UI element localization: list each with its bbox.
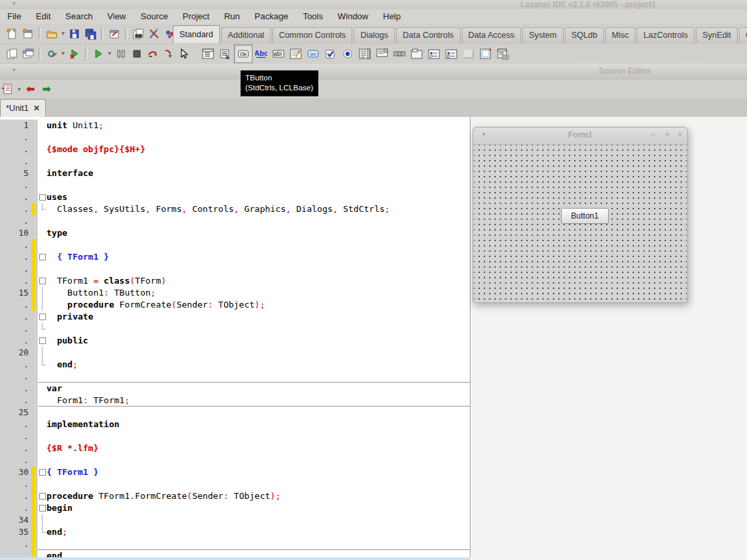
palette-tmainmenu[interactable]	[199, 45, 217, 62]
palette-ttogglebox[interactable]: on	[304, 45, 322, 62]
code-line[interactable]: .procedure TForm1.FormCreate(Sender: TOb…	[0, 490, 470, 502]
palette-tab-data-controls[interactable]: Data Controls	[396, 27, 460, 43]
save-button[interactable]	[66, 26, 82, 42]
code-line[interactable]: 20	[0, 347, 470, 359]
form-design-surface[interactable]: Button1	[474, 145, 687, 302]
palette-tradiobutton[interactable]	[339, 45, 356, 62]
code-line[interactable]: .	[0, 263, 470, 275]
code-line[interactable]: 30{ TForm1 }	[0, 466, 470, 478]
palette-tpopupmenu[interactable]	[217, 45, 234, 62]
code-line[interactable]: .var	[0, 383, 470, 395]
code-line[interactable]: . end;	[0, 359, 470, 371]
form-titlebar[interactable]: ▼ Form1 − + ×	[473, 128, 687, 145]
code-line[interactable]: .	[0, 478, 470, 490]
menu-source[interactable]: Source	[134, 9, 175, 24]
code-line[interactable]: 35end;	[0, 526, 470, 538]
ide-options-button[interactable]	[146, 26, 162, 42]
close-icon[interactable]: ×	[677, 130, 683, 140]
menu-tools[interactable]: Tools	[296, 9, 330, 24]
code-line[interactable]: 34	[0, 514, 470, 526]
palette-tcheckbox[interactable]	[322, 45, 339, 62]
palette-tedit[interactable]: abI	[270, 45, 287, 62]
palette-tbutton[interactable]: Ok	[234, 45, 253, 63]
code-line[interactable]: .	[0, 371, 470, 383]
code-line[interactable]: . public	[0, 335, 470, 347]
fold-box-icon[interactable]	[39, 254, 46, 260]
palette-tpanel[interactable]	[460, 45, 477, 62]
code-line[interactable]: . private	[0, 311, 470, 323]
palette-tab-dialogs[interactable]: Dialogs	[354, 27, 395, 43]
fold-box-icon[interactable]	[39, 505, 46, 512]
code-line[interactable]: .	[0, 179, 470, 191]
save-all-button[interactable]	[82, 26, 98, 42]
palette-tab-sqldb[interactable]: SQLdb	[565, 27, 604, 43]
code-line[interactable]: . TForm1 = class(TForm)	[0, 275, 470, 287]
fold-box-icon[interactable]	[39, 314, 46, 320]
code-line[interactable]: .	[0, 239, 470, 251]
view-units-button[interactable]	[4, 46, 20, 62]
dock-grip-icon[interactable]: ▼	[11, 67, 17, 73]
dropdown-arrow-icon[interactable]: ▼	[60, 50, 66, 56]
menu-search[interactable]: Search	[58, 9, 100, 24]
view-forms-button[interactable]	[20, 46, 36, 62]
code-line[interactable]: 25	[0, 407, 470, 419]
run-button[interactable]	[90, 46, 106, 62]
unit-info-button[interactable]	[0, 81, 16, 97]
palette-tab-system[interactable]: System	[522, 27, 564, 43]
dock-grip-icon[interactable]: ▼	[11, 1, 17, 7]
stop-button[interactable]	[129, 46, 145, 62]
maximize-icon[interactable]: +	[665, 130, 670, 140]
palette-tcombobox[interactable]	[374, 45, 391, 62]
fold-box-icon[interactable]	[39, 337, 46, 344]
pause-button[interactable]	[113, 46, 129, 62]
code-line[interactable]: .	[0, 430, 470, 442]
palette-tlabel[interactable]: Abc	[253, 45, 270, 62]
tab-close-icon[interactable]: ✕	[33, 104, 40, 113]
fold-box-icon[interactable]	[39, 493, 46, 500]
run-no-debug-button[interactable]	[66, 46, 82, 62]
new-unit-button[interactable]	[4, 26, 20, 42]
palette-tmemo[interactable]	[287, 45, 304, 62]
code-line[interactable]: . procedure FormCreate(Sender: TObject);	[0, 299, 470, 311]
menu-package[interactable]: Package	[247, 9, 296, 24]
palette-tab-misc[interactable]: Misc	[605, 27, 636, 43]
fold-box-icon[interactable]	[39, 278, 46, 284]
back-button[interactable]: ⬅	[23, 83, 39, 95]
code-line[interactable]: .	[0, 155, 470, 167]
palette-tab-synedit[interactable]: SynEdit	[696, 27, 738, 43]
palette-tgroupbox[interactable]	[408, 45, 425, 62]
code-line[interactable]: . { TForm1 }	[0, 251, 470, 263]
menu-run[interactable]: Run	[217, 9, 247, 24]
toggle-form-unit-button[interactable]	[106, 26, 122, 42]
code-line[interactable]: 1unit Unit1;	[0, 120, 470, 132]
code-line[interactable]: .implementation	[0, 419, 470, 430]
code-line[interactable]: 5interface	[0, 167, 470, 179]
code-line[interactable]: .	[0, 538, 470, 550]
code-line[interactable]: .begin	[0, 502, 470, 514]
form-designer-window[interactable]: ▼ Form1 − + × Button1	[473, 127, 688, 303]
code-line[interactable]: .	[0, 215, 470, 227]
fold-box-icon[interactable]	[39, 469, 46, 476]
menu-view[interactable]: View	[100, 9, 134, 24]
palette-tab-additional[interactable]: Additional	[221, 27, 271, 43]
new-form-button[interactable]	[20, 26, 36, 42]
drop-button[interactable]: ▼	[16, 86, 23, 92]
code-line[interactable]: .	[0, 454, 470, 466]
code-line[interactable]: .{$mode objfpc}{$H+}	[0, 143, 470, 155]
fold-box-icon[interactable]	[39, 194, 46, 201]
code-line[interactable]: . Form1: TForm1;	[0, 395, 470, 407]
menu-window[interactable]: Window	[330, 9, 375, 24]
find-in-files-button[interactable]	[130, 26, 146, 42]
build-mode-button[interactable]	[44, 46, 60, 62]
palette-tab-lazcontrols[interactable]: LazControls	[637, 27, 694, 43]
dropdown-arrow-icon[interactable]: ▼	[106, 50, 113, 56]
menu-edit[interactable]: Edit	[29, 9, 58, 24]
palette-tab-standard[interactable]: Standard	[173, 25, 220, 43]
palette-tab-common-controls[interactable]: Common Controls	[272, 27, 353, 43]
palette-tcheckgroup[interactable]	[443, 45, 460, 62]
palette-tactionlist[interactable]: Ok	[494, 45, 512, 62]
code-line[interactable]: . Classes, SysUtils, Forms, Controls, Gr…	[0, 203, 470, 215]
open-folder-button[interactable]	[44, 26, 60, 42]
palette-tab-data-access[interactable]: Data Access	[462, 27, 521, 43]
minimize-icon[interactable]: −	[650, 130, 655, 140]
